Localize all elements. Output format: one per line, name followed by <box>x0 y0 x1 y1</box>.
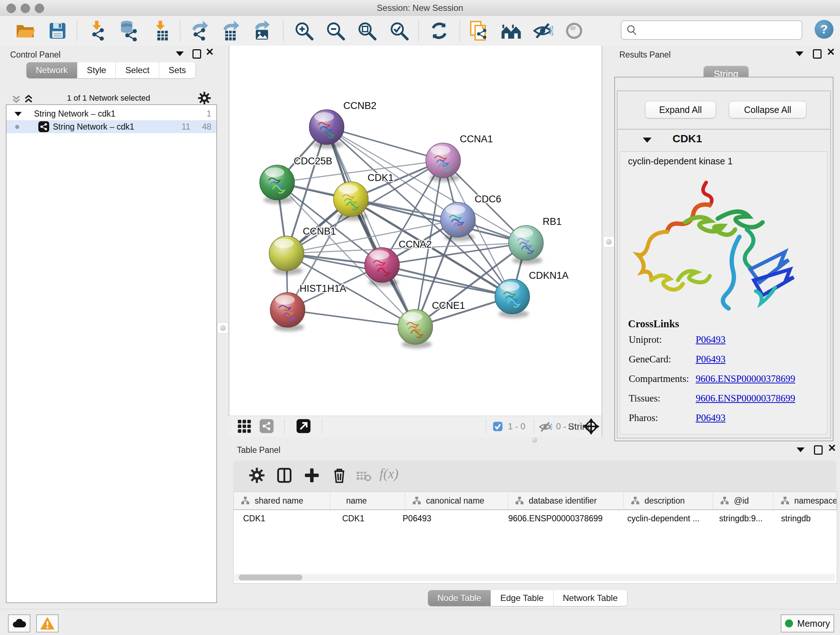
column-header-shared-name[interactable]: shared name <box>234 492 330 509</box>
minimize-panel-icon[interactable] <box>176 51 184 56</box>
export-image-icon[interactable] <box>251 20 272 41</box>
import-network-file-icon[interactable] <box>88 20 109 41</box>
column-header-canonical-name[interactable]: canonical name <box>405 492 508 509</box>
tab-network-table[interactable]: Network Table <box>554 590 628 606</box>
export-table-icon[interactable] <box>220 20 241 41</box>
close-panel-icon[interactable]: ✕ <box>828 445 836 452</box>
birds-eye-view-icon[interactable] <box>583 418 600 437</box>
duplicate-network-icon[interactable] <box>468 20 489 41</box>
show-all-icon[interactable] <box>564 20 584 41</box>
left-splitter[interactable] <box>217 46 229 437</box>
crosslink-link[interactable]: P06493 <box>696 412 726 424</box>
memory-label: Memory <box>797 618 830 629</box>
search-input[interactable] <box>640 22 797 37</box>
minimize-panel-icon[interactable] <box>796 51 804 56</box>
close-panel-icon[interactable]: ✕ <box>827 49 835 56</box>
import-table-file-icon[interactable] <box>151 20 172 41</box>
node-RB1[interactable]: RB1 <box>508 216 562 264</box>
close-panel-icon[interactable]: ✕ <box>205 49 214 56</box>
zoom-selected-icon[interactable] <box>388 20 409 41</box>
node-CCNB1[interactable]: CCNB1 <box>269 226 336 275</box>
table-cell[interactable]: P06493 <box>393 510 499 527</box>
collapse-all-tree-icon[interactable] <box>23 93 34 106</box>
horizontal-splitter-handle[interactable] <box>532 437 537 443</box>
zoom-fit-content-icon[interactable] <box>356 20 377 41</box>
node-CCNA1[interactable]: CCNA1 <box>426 134 493 182</box>
save-session-icon[interactable] <box>47 20 68 41</box>
edge-HIST1H1A-CCNE1[interactable] <box>287 310 415 327</box>
minimize-panel-icon[interactable] <box>797 448 805 452</box>
network-collection-row[interactable]: String Network – cdk1 1 <box>6 107 216 120</box>
crosslink-link[interactable]: P06493 <box>696 334 726 345</box>
warnings-button[interactable] <box>36 614 58 632</box>
tab-edge-table[interactable]: Edge Table <box>491 590 554 606</box>
horizontal-scrollbar[interactable] <box>234 574 835 581</box>
network-canvas[interactable]: CCNB2CCNA1CDC25BCDK1CDC6RB1CCNB1CCNA2CDK… <box>229 46 602 416</box>
collapse-triangle-icon[interactable] <box>643 138 652 143</box>
collapse-triangle-icon[interactable] <box>14 112 22 116</box>
column-header-name[interactable]: name <box>330 492 405 509</box>
right-splitter-handle[interactable] <box>603 236 614 247</box>
node-label-CCNA2: CCNA2 <box>399 239 432 250</box>
edge-CCNB2-CCNE1[interactable] <box>327 127 415 327</box>
crosslink-link[interactable]: 9606.ENSP00000378699 <box>696 373 795 385</box>
float-panel-icon[interactable] <box>193 49 201 59</box>
float-panel-icon[interactable] <box>814 445 823 455</box>
crosslink-link[interactable]: 9606.ENSP00000378699 <box>696 393 795 404</box>
scrollbar-thumb[interactable] <box>239 575 302 580</box>
import-network-database-icon[interactable] <box>118 20 139 41</box>
hide-selected-icon[interactable] <box>532 20 553 41</box>
table-cell[interactable]: 9606.ENSP00000378699 <box>499 510 618 527</box>
column-header-description[interactable]: description <box>624 492 713 509</box>
table-cell[interactable]: CDK1 <box>234 510 333 527</box>
tab-node-table[interactable]: Node Table <box>428 590 491 606</box>
cloud-button[interactable] <box>8 614 30 632</box>
crosslink-link[interactable]: P06493 <box>696 354 726 365</box>
selected-checkbox-icon[interactable] <box>493 421 503 433</box>
table-cell[interactable]: stringdb <box>772 510 837 527</box>
table-settings-gear-icon[interactable] <box>248 467 265 485</box>
left-splitter-handle[interactable] <box>218 323 228 333</box>
memory-button[interactable]: Memory <box>781 614 834 632</box>
tab-sets[interactable]: Sets <box>159 62 196 78</box>
first-neighbors-icon[interactable] <box>501 20 522 41</box>
network-edge-count: 48 <box>202 120 211 133</box>
node-CDK1[interactable]: CDK1 <box>333 172 393 220</box>
column-header-@id[interactable]: @id <box>713 492 774 509</box>
collapse-all-button[interactable]: Collapse All <box>729 101 806 119</box>
refresh-icon[interactable] <box>429 20 450 41</box>
tab-network[interactable]: Network <box>27 62 77 78</box>
right-splitter[interactable] <box>602 46 614 437</box>
column-header-namespace[interactable]: namespace <box>774 492 837 509</box>
open-in-new-window-icon[interactable] <box>296 418 311 435</box>
network-status-dot <box>15 125 19 129</box>
zoom-out-icon[interactable] <box>325 20 346 41</box>
select-columns-icon[interactable] <box>276 467 293 485</box>
network-row[interactable]: String Network – cdk1 11 48 <box>6 120 216 133</box>
hidden-eye-icon[interactable] <box>538 420 552 435</box>
toolbar-separator <box>459 20 460 41</box>
network-share-view-icon[interactable] <box>259 418 274 435</box>
table-cell[interactable]: cyclin-dependent ... <box>618 510 710 527</box>
help-button[interactable]: ? <box>815 20 834 39</box>
cloud-icon <box>12 618 27 629</box>
zoom-in-icon[interactable] <box>294 20 314 41</box>
open-session-icon[interactable] <box>14 20 35 41</box>
node-HIST1H1A[interactable]: HIST1H1A <box>270 283 346 331</box>
table-body: CDK1CDK1P064939606.ENSP00000378699cyclin… <box>234 510 837 527</box>
expand-all-tree-icon[interactable] <box>11 93 22 106</box>
table-row[interactable]: CDK1CDK1P064939606.ENSP00000378699cyclin… <box>234 510 837 527</box>
column-header-database-identifier[interactable]: database identifier <box>508 492 624 509</box>
export-network-icon[interactable] <box>189 20 210 41</box>
table-cell[interactable]: stringdb:9... <box>710 510 772 527</box>
table-cell[interactable]: CDK1 <box>333 510 393 527</box>
add-column-icon[interactable] <box>303 467 320 485</box>
delete-column-icon[interactable] <box>331 467 347 485</box>
grid-view-icon[interactable] <box>237 418 252 435</box>
tab-style[interactable]: Style <box>77 62 116 78</box>
node-CDKN1A[interactable]: CDKN1A <box>495 270 569 318</box>
expand-all-button[interactable]: Expand All <box>645 101 716 119</box>
tab-select[interactable]: Select <box>116 62 159 78</box>
float-panel-icon[interactable] <box>813 49 821 59</box>
node-CCNE1[interactable]: CCNE1 <box>398 300 465 348</box>
